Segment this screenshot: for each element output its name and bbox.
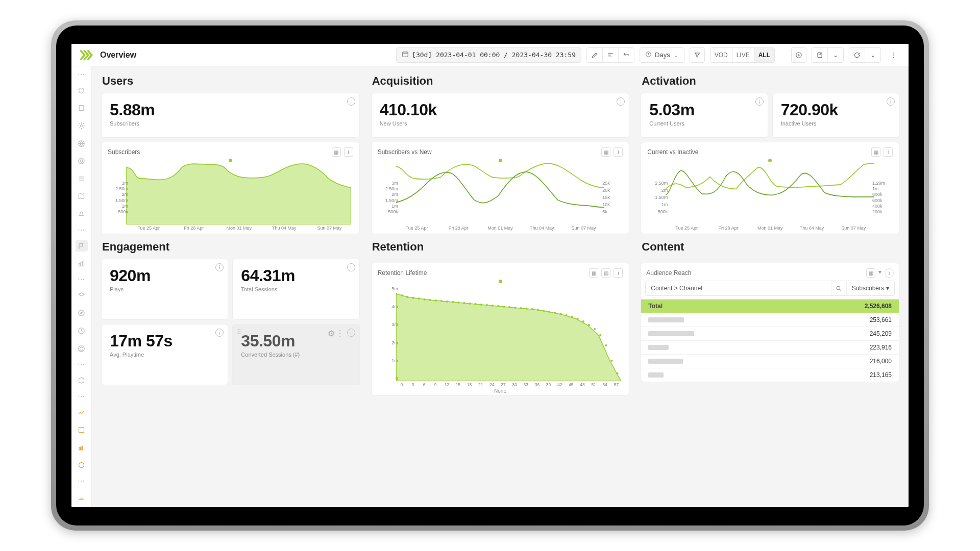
main-content: Users i 5.88m Subscribers Subscribers ▦ … [92, 66, 909, 507]
filter-button[interactable] [690, 47, 705, 63]
info-icon[interactable]: i [347, 329, 355, 337]
live-toggle[interactable]: LIVE [732, 48, 754, 62]
calendar-icon[interactable]: ▦ [601, 147, 610, 157]
acquisition-kpi-card[interactable]: i 410.10k New Users [371, 93, 630, 138]
retention-chart-card[interactable]: Retention Lifetime ▦▤i 5m4m3m2m1m0 [371, 263, 630, 395]
sidebar-layers-icon[interactable] [76, 290, 88, 302]
inactive-users-value: 720.90k [781, 101, 891, 119]
sidebar-group-dots-2: ⋯ [78, 226, 85, 234]
table-row[interactable]: 223,916 [641, 340, 899, 354]
search-icon[interactable] [831, 281, 846, 295]
plays-card[interactable]: i 920m Plays [101, 259, 228, 320]
more-button[interactable]: ⋮ [886, 47, 901, 63]
info-icon[interactable]: i [755, 97, 764, 106]
info-icon[interactable]: i [887, 97, 895, 106]
calendar-icon[interactable]: ▦ [866, 268, 875, 278]
info-icon[interactable]: i [215, 329, 224, 337]
calendar-icon[interactable]: ▦ [871, 147, 880, 157]
subs-vs-new-chart-card[interactable]: Subscribers vs New ▦i 3m2.50m2m1.50m1m50… [371, 142, 630, 234]
info-icon[interactable]: i [347, 263, 355, 271]
y-axis-ticks: 3m2.50m2m1.50m1m500k [111, 181, 128, 214]
info-icon[interactable]: i [885, 268, 894, 278]
sidebar-orange-2[interactable] [76, 424, 88, 436]
info-icon[interactable]: i [347, 97, 355, 106]
dropdown-icon[interactable]: ▾ [878, 268, 881, 278]
info-icon[interactable]: i [344, 147, 353, 157]
vod-toggle[interactable]: VOD [710, 48, 732, 62]
kebab-icon[interactable]: ⋮ [336, 329, 344, 338]
activation-title: Activation [642, 74, 899, 88]
info-icon[interactable]: i [617, 97, 625, 106]
svg-point-16 [80, 347, 83, 350]
sidebar-item-2[interactable] [76, 103, 88, 114]
sidebar-list-icon[interactable] [76, 173, 88, 185]
retention-chart-title: Retention Lifetime [378, 269, 427, 277]
sidebar-bottom-icon[interactable] [76, 491, 88, 503]
sidebar-gear-icon[interactable] [76, 120, 88, 132]
svg-point-13 [79, 310, 84, 316]
avg-playtime-card[interactable]: i 17m 57s Avg. Playtime [101, 324, 228, 385]
row-value: 245,209 [870, 330, 892, 337]
undo-button[interactable] [619, 48, 634, 62]
table-row[interactable]: 245,209 [641, 327, 899, 340]
edit-button[interactable] [587, 48, 603, 62]
heatmap-icon[interactable]: ▤ [601, 268, 610, 278]
sidebar-globe-icon[interactable] [76, 138, 88, 149]
x-axis-ticks: Tue 25 AprFri 28 AprMon 01 MayThu 04 May… [108, 224, 353, 231]
calendar-icon[interactable]: ▦ [332, 147, 341, 157]
sidebar-flag-icon[interactable] [76, 240, 88, 252]
refresh-dropdown[interactable]: ⌄ [865, 48, 880, 62]
sidebar-target-icon[interactable] [76, 155, 88, 167]
current-vs-inactive-chart [666, 163, 874, 224]
sidebar-item-1[interactable] [76, 85, 88, 96]
users-kpi-card[interactable]: i 5.88m Subscribers [101, 93, 360, 138]
info-icon[interactable]: i [884, 147, 893, 157]
current-users-card[interactable]: i 5.03m Current Users [641, 93, 768, 138]
refresh-menu: ⌄ [849, 47, 881, 63]
save-dropdown[interactable]: ⌄ [828, 48, 843, 62]
sidebar-map-icon[interactable] [76, 191, 88, 203]
inactive-users-card[interactable]: i 720.90k Inactive Users [772, 93, 899, 138]
sidebar-chart-icon[interactable] [76, 258, 88, 269]
table-row-total[interactable]: Total 2,526,608 [641, 299, 899, 313]
add-button[interactable] [791, 47, 806, 63]
row-value: 216,000 [870, 358, 892, 365]
gear-icon[interactable]: ⚙ [328, 329, 335, 338]
calendar-icon[interactable]: ▦ [589, 268, 598, 278]
info-icon[interactable]: i [614, 147, 623, 157]
converted-sessions-card[interactable]: ⠿ ⚙ ⋮ i 35.50m Converted Sessions (#) [232, 324, 359, 385]
sidebar-bell-icon[interactable] [76, 208, 88, 220]
current-vs-inactive-chart-card[interactable]: Current vs Inactive ▦i 2.50m2m1.50m1m500… [641, 142, 899, 234]
sidebar-clock-icon[interactable] [76, 325, 88, 337]
sidebar-radar-icon[interactable] [76, 343, 88, 355]
sessions-card[interactable]: i 64.31m Total Sessions [232, 259, 359, 320]
chevron-down-icon: ▾ [886, 285, 889, 292]
sidebar-orange-4[interactable] [76, 460, 88, 471]
sort-dropdown[interactable]: Subscribers▾ [846, 281, 894, 295]
granularity-select[interactable]: Days ⌄ [640, 47, 684, 63]
svg-rect-19 [81, 446, 83, 450]
brand-logo[interactable] [79, 48, 93, 62]
sidebar-group-dots-3: ⋯ [78, 276, 85, 284]
table-row[interactable]: 216,000 [641, 354, 899, 368]
all-toggle[interactable]: ALL [754, 48, 774, 62]
refresh-button[interactable] [849, 48, 865, 62]
acquisition-kpi-value: 410.10k [380, 101, 621, 119]
sidebar-cube-icon[interactable] [76, 374, 88, 386]
date-range-picker[interactable]: [30d] 2023-04-01 00:00 / 2023-04-30 23:5… [396, 47, 581, 63]
save-button[interactable] [812, 48, 828, 62]
subscribers-chart-card[interactable]: Subscribers ▦ i 3m2.50m2m1.50m1m500k [101, 142, 360, 234]
drag-handle-icon[interactable]: ⠿ [237, 329, 242, 336]
filter-breadcrumb[interactable]: Content > Channel [646, 282, 830, 295]
table-row[interactable]: 213,165 [641, 368, 899, 382]
sidebar-orange-1[interactable] [76, 407, 88, 418]
sidebar-orange-3[interactable] [76, 442, 88, 454]
align-button[interactable] [603, 48, 619, 62]
sidebar: ⋯ ⋯ ⋯ ⋯ ⋯ ⋯ [71, 66, 92, 507]
sidebar-compass-icon[interactable] [76, 308, 88, 319]
legend-dot [499, 280, 502, 283]
info-icon[interactable]: i [614, 268, 623, 278]
current-users-label: Current Users [649, 120, 759, 127]
table-row[interactable]: 253,661 [641, 313, 899, 327]
info-icon[interactable]: i [215, 263, 224, 271]
